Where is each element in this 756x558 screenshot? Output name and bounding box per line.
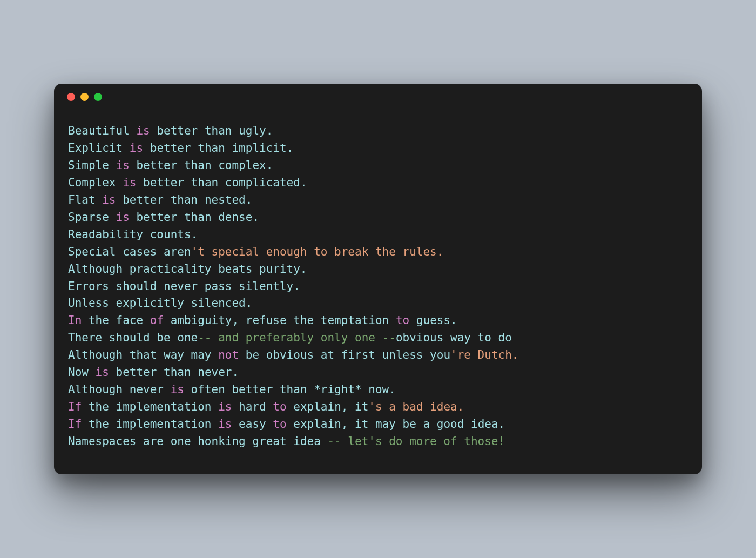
code-token: to [396,314,409,327]
code-token: explain, it may be a good idea. [287,418,505,431]
code-token: to [273,418,286,431]
code-line: In the face of ambiguity, refuse the tem… [68,312,688,330]
code-line: Readability counts. [68,226,688,244]
code-token: 's a bad idea. [368,400,464,413]
code-token: If [68,400,82,413]
code-token: of [150,314,164,327]
code-token: Now [68,366,96,379]
code-token: 't special enough to break the rules. [191,245,444,258]
code-line: Namespaces are one honking great idea --… [68,433,688,451]
code-token: better than complex. [130,159,273,172]
code-token: guess. [409,314,457,327]
code-token: There should be one [68,331,198,344]
code-token: Namespaces are one honking great idea [68,435,327,448]
code-token: is [96,366,109,379]
code-line: Although that way may not be obvious at … [68,347,688,364]
code-token: obvious way to do [396,331,519,344]
code-token: better than dense. [130,211,259,224]
code-token: often better than *right* now. [184,383,396,396]
code-token: is [171,383,184,396]
code-token: not [218,348,239,361]
code-token: is [136,124,150,137]
code-content: Beautiful is better than ugly.Explicit i… [54,110,702,474]
code-line: Although never is often better than *rig… [68,381,688,399]
code-line: Simple is better than complex. [68,157,688,174]
terminal-window: Beautiful is better than ugly.Explicit i… [54,84,702,474]
code-token: Complex [68,176,123,189]
window-titlebar [54,84,702,110]
code-token: 're Dutch. [450,348,518,361]
code-line: If the implementation is easy to explain… [68,416,688,433]
code-token: Although never [68,383,171,396]
code-token: In [68,314,82,327]
code-token: is [116,211,130,224]
code-token: ambiguity, refuse the temptation [164,314,396,327]
code-line: Now is better than never. [68,364,688,381]
code-token: the face [82,314,150,327]
code-line: Although practicality beats purity. [68,261,688,278]
code-token: the implementation [82,400,218,413]
code-token: -- let's do more of those! [327,435,505,448]
code-token: Readability counts. [68,228,198,241]
code-token: Although practicality beats purity. [68,263,307,275]
minimize-icon[interactable] [80,93,89,101]
code-token: better than nested. [116,193,253,206]
code-token: better than never. [109,366,239,379]
code-token: If [68,418,82,431]
code-line: Unless explicitly silenced. [68,295,688,312]
code-line: If the implementation is hard to explain… [68,399,688,416]
code-token: Beautiful [68,124,136,137]
code-token: Although that way may [68,348,218,361]
code-line: Complex is better than complicated. [68,174,688,192]
code-token: -- and preferably only one -- [198,331,396,344]
code-token: is [130,142,143,154]
code-line: Flat is better than nested. [68,192,688,209]
code-token: is [218,418,232,431]
code-token: hard [232,400,273,413]
code-token: better than complicated. [136,176,307,189]
code-line: Sparse is better than dense. [68,209,688,226]
code-token: is [123,176,136,189]
code-token: Explicit [68,142,130,154]
code-token: better than implicit. [143,142,293,154]
code-line: Special cases aren't special enough to b… [68,244,688,261]
code-token: Flat [68,193,102,206]
code-token: the implementation [82,418,218,431]
code-token: is [102,193,116,206]
code-line: There should be one-- and preferably onl… [68,330,688,347]
code-token: Special cases aren [68,245,191,258]
code-token: is [116,159,130,172]
code-token: is [218,400,232,413]
code-line: Explicit is better than implicit. [68,140,688,157]
code-line: Beautiful is better than ugly. [68,123,688,140]
code-token: Sparse [68,211,116,224]
code-token: be obvious at first unless you [239,348,450,361]
code-token: Simple [68,159,116,172]
code-token: better than ugly. [150,124,273,137]
close-icon[interactable] [67,93,75,101]
code-token: explain, it [287,400,369,413]
code-token: Unless explicitly silenced. [68,297,252,310]
maximize-icon[interactable] [94,93,102,101]
code-token: easy [232,418,273,431]
code-token: Errors should never pass silently. [68,280,300,293]
code-line: Errors should never pass silently. [68,278,688,295]
code-token: to [273,400,286,413]
